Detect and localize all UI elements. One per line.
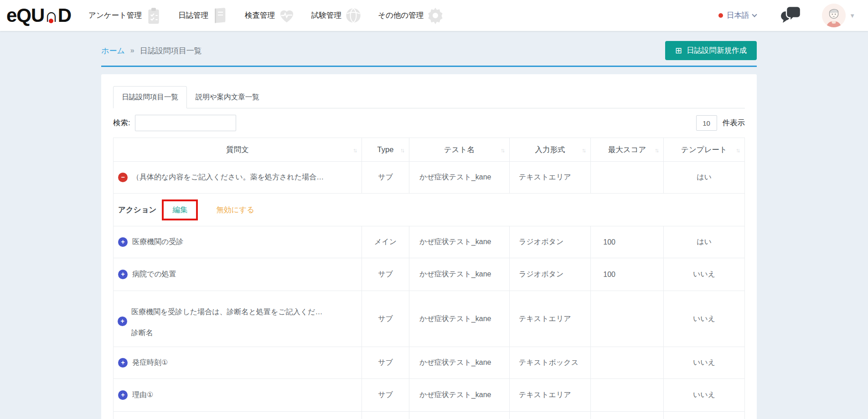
question-subtext: 診断名 [131, 328, 357, 338]
column-header-question[interactable]: 質問文↑↓ [114, 138, 362, 162]
column-header-max-score[interactable]: 最大スコア↑↓ [591, 138, 664, 162]
user-menu[interactable]: ▼ [822, 4, 855, 27]
equad-logo[interactable]: eQU∩D [6, 5, 71, 26]
max-score-cell [591, 379, 664, 412]
nav-label: 試験管理 [311, 10, 341, 20]
breadcrumb-row: ホーム » 日誌設問項目一覧 ⊞ 日誌設問新規作成 [101, 40, 757, 61]
column-header-test-name[interactable]: テスト名↑↓ [409, 138, 510, 162]
sort-icon: ↑↓ [501, 146, 504, 153]
input-type-cell: テキストエリア [510, 162, 591, 194]
question-text: 医療機関を受診した場合は、診断名と処置をご記入くだ… [131, 307, 357, 317]
table-row: 具体的な 症状 、 考えられる理由、発症時刻（ 24 時間… [114, 412, 745, 419]
test-name-cell: かぜ症状テスト_kane [409, 379, 510, 412]
table-row: + 医療機関の受診 メイン かぜ症状テスト_kane ラジオボタン 100 はい [114, 226, 745, 258]
tab-guide-text-list[interactable]: 説明や案内文章一覧 [187, 86, 268, 108]
table-toolbar: 検索: 件表示 [113, 115, 745, 131]
logo-text-right: D [58, 5, 71, 26]
sort-icon: ↑↓ [353, 146, 356, 153]
type-cell [362, 412, 409, 419]
caret-down-icon: ▼ [849, 12, 855, 19]
expand-row-icon[interactable]: + [118, 270, 128, 279]
type-cell: サブ [362, 162, 409, 194]
nav-item-exam[interactable]: 検査管理 [245, 6, 296, 25]
template-cell: いいえ [664, 347, 745, 379]
type-cell: メイン [362, 226, 409, 258]
nav-item-other[interactable]: その他の管理 [378, 6, 444, 25]
template-cell: はい [664, 162, 745, 194]
test-name-cell: かぜ症状テスト_kane [409, 162, 510, 194]
expand-row-icon[interactable]: + [118, 317, 127, 326]
nav-label: その他の管理 [378, 10, 424, 20]
disable-link[interactable]: 無効にする [216, 205, 254, 215]
table-row: + 発症時刻① サブ かぜ症状テスト_kane テキストボックス いいえ [114, 347, 745, 379]
input-type-cell: ラジオボタン [510, 226, 591, 258]
test-name-cell: かぜ症状テスト_kane [409, 291, 510, 347]
page-content: ホーム » 日誌設問項目一覧 ⊞ 日誌設問新規作成 日誌設問項目一覧 説明や案内… [0, 31, 868, 419]
max-score-cell [591, 162, 664, 194]
template-cell: いいえ [664, 291, 745, 347]
test-name-cell [409, 412, 510, 419]
expand-row-icon[interactable]: + [118, 390, 128, 400]
main-nav: アンケート管理 日誌管理 検査管理 試験管理 その他の管理 [88, 6, 444, 25]
template-cell: いいえ [664, 379, 745, 412]
input-type-cell: テキストエリア [510, 379, 591, 412]
language-selector[interactable]: 日本語 [718, 10, 757, 20]
breadcrumb-current: 日誌設問項目一覧 [140, 46, 202, 56]
edit-link[interactable]: 編集 [172, 205, 187, 214]
breadcrumb-underline [101, 66, 757, 67]
edit-highlight-box: 編集 [162, 199, 198, 220]
sort-icon: ↑↓ [655, 146, 658, 153]
table-row: + 病院での処置 サブ かぜ症状テスト_kane ラジオボタン 100 いいえ [114, 258, 745, 291]
question-table: 質問文↑↓ Type↑↓ テスト名↑↓ 入力形式↑↓ 最大スコア↑↓ テンプレー… [113, 138, 745, 419]
column-header-template[interactable]: テンプレート↑↓ [664, 138, 745, 162]
chat-button[interactable] [780, 5, 802, 26]
table-row: + 医療機関を受診した場合は、診断名と処置をご記入くだ… 診断名 サブ かぜ症状… [114, 291, 745, 347]
type-cell: サブ [362, 347, 409, 379]
nav-label: 検査管理 [245, 10, 275, 20]
expand-row-icon[interactable]: + [118, 237, 128, 247]
chevron-down-icon [752, 12, 757, 17]
create-diary-question-button[interactable]: ⊞ 日誌設問新規作成 [665, 41, 757, 60]
action-row: アクション 編集 無効にする [114, 194, 745, 226]
type-cell: サブ [362, 291, 409, 347]
chat-bubbles-icon [780, 5, 802, 24]
search-input[interactable] [135, 115, 236, 131]
nav-item-trial[interactable]: 試験管理 [311, 6, 362, 25]
sphere-icon [344, 6, 362, 25]
collapse-row-icon[interactable]: − [118, 173, 128, 182]
column-header-input-type[interactable]: 入力形式↑↓ [510, 138, 591, 162]
squared-plus-icon: ⊞ [675, 46, 682, 56]
max-score-cell: 100 [591, 258, 664, 291]
nav-item-diary[interactable]: 日誌管理 [178, 6, 229, 25]
page-size-label: 件表示 [723, 118, 745, 128]
table-row: − （具体的な内容をご記入ください。薬を処方された場合… サブ かぜ症状テスト_… [114, 162, 745, 194]
create-button-label: 日誌設問新規作成 [687, 46, 747, 56]
question-text: 理由① [132, 390, 153, 400]
table-header-row: 質問文↑↓ Type↑↓ テスト名↑↓ 入力形式↑↓ 最大スコア↑↓ テンプレー… [114, 138, 745, 162]
template-cell: はい [664, 226, 745, 258]
input-type-cell: ラジオボタン [510, 258, 591, 291]
topbar-right: 日本語 ▼ [718, 4, 855, 27]
expand-row-icon[interactable]: + [118, 358, 128, 368]
breadcrumb: ホーム » 日誌設問項目一覧 [101, 46, 202, 56]
page-size-input[interactable] [696, 115, 717, 131]
logo-red-dot [49, 19, 53, 23]
column-header-type[interactable]: Type↑↓ [362, 138, 409, 162]
template-cell [664, 412, 745, 419]
journal-icon [211, 6, 229, 25]
input-type-cell: テキストエリア [510, 291, 591, 347]
tab-question-list[interactable]: 日誌設問項目一覧 [113, 86, 187, 108]
nav-item-survey[interactable]: アンケート管理 [88, 6, 163, 25]
breadcrumb-home-link[interactable]: ホーム [101, 46, 125, 56]
question-text: 医療機関の受診 [132, 237, 183, 247]
nav-label: 日誌管理 [178, 10, 208, 20]
tab-bar: 日誌設問項目一覧 説明や案内文章一覧 [113, 86, 745, 108]
test-name-cell: かぜ症状テスト_kane [409, 347, 510, 379]
top-navbar: eQU∩D アンケート管理 日誌管理 検査管理 試験管理 [0, 0, 868, 31]
max-score-cell: 100 [591, 226, 664, 258]
japan-flag-icon [718, 13, 723, 18]
test-name-cell: かぜ症状テスト_kane [409, 258, 510, 291]
max-score-cell [591, 347, 664, 379]
template-cell: いいえ [664, 258, 745, 291]
sort-icon: ↑↓ [736, 146, 739, 153]
